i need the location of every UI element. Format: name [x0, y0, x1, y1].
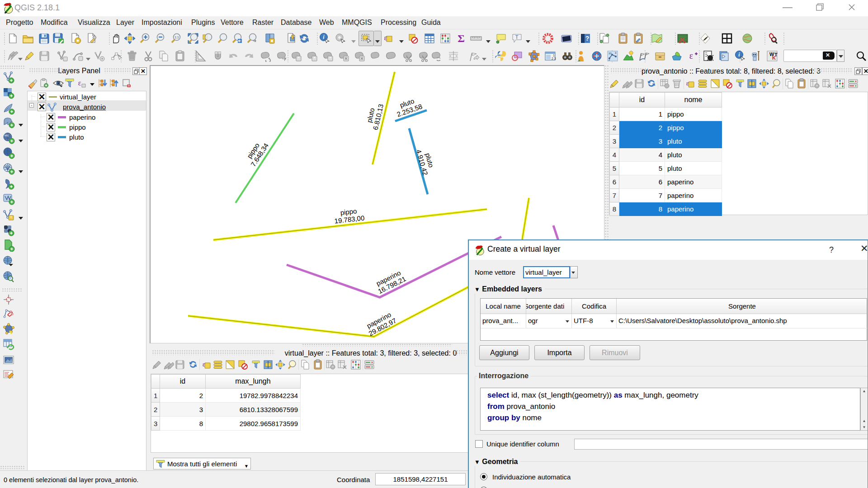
svg-text:ε: ε: [203, 361, 205, 368]
svg-text:?: ?: [585, 35, 590, 42]
svg-text:*: *: [816, 84, 817, 88]
svg-text:Σ: Σ: [458, 33, 465, 44]
svg-text:ε: ε: [384, 33, 387, 42]
svg-text:1:1: 1:1: [175, 36, 179, 39]
svg-text:ε: ε: [689, 51, 693, 61]
svg-text:T: T: [774, 52, 778, 57]
svg-text:T: T: [515, 34, 519, 40]
svg-text:1: 1: [553, 54, 555, 57]
svg-text:MS: MS: [5, 134, 9, 137]
svg-text:*: *: [298, 56, 300, 61]
svg-text:10: 10: [609, 52, 612, 55]
svg-text:ε: ε: [78, 79, 81, 87]
svg-text:*: *: [314, 56, 316, 61]
svg-text:*: *: [330, 56, 331, 61]
svg-text:*: *: [10, 215, 12, 221]
svg-text:ε: ε: [686, 80, 689, 87]
svg-text:*: *: [332, 365, 333, 369]
svg-text:2 3: 2 3: [552, 57, 556, 60]
